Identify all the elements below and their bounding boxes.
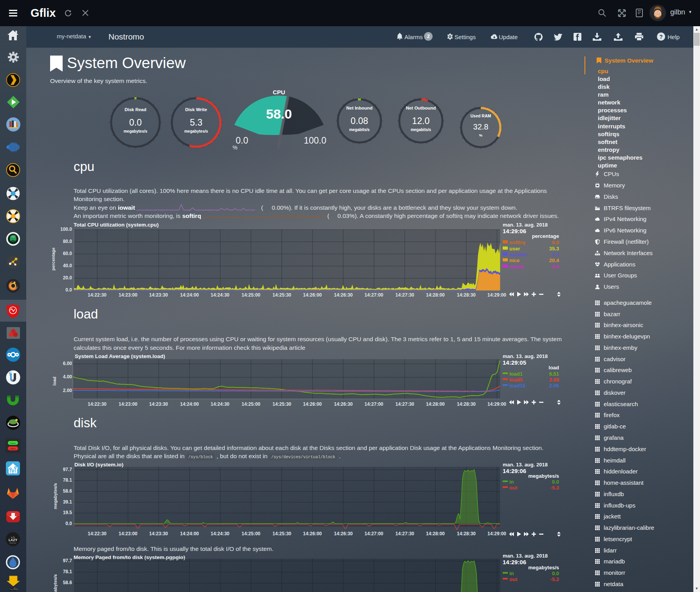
svg-text:LAZY: LAZY bbox=[9, 538, 18, 542]
svg-text:Online: Online bbox=[10, 442, 16, 444]
svg-text:?: ? bbox=[659, 34, 663, 40]
svg-text:librarian: librarian bbox=[10, 542, 16, 544]
svg-text:sab: sab bbox=[9, 586, 18, 591]
svg-text:Offline: Offline bbox=[10, 448, 16, 450]
